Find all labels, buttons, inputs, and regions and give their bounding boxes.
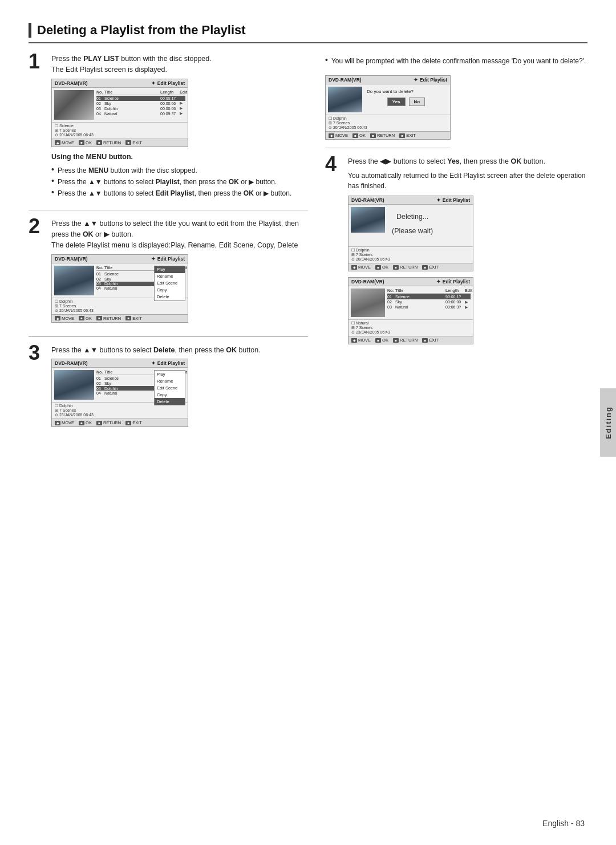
bullet-2: • [51, 177, 54, 185]
confirm-buttons: Yes No [367, 98, 445, 106]
right-divider-1 [325, 148, 451, 148]
screen-4-thumb [328, 87, 362, 112]
screen-4-header: DVD-RAM(VR) ✦ Edit Playlist [326, 76, 450, 84]
screen-4-header-right: ✦ Edit Playlist [414, 77, 447, 83]
screen-3-header-right: ✦ Edit Playlist [151, 360, 185, 366]
screen-6-list: No. Title Length Edit 01 Science 90:00:1… [387, 289, 471, 317]
screen-mockup-1: DVD-RAM(VR) ✦ Edit Playlist No. Title Le… [51, 79, 188, 147]
screen-4-header-left: DVD-RAM(VR) [329, 77, 362, 83]
col-title: Title [104, 90, 159, 94]
screen-6-header: DVD-RAM(VR) ✦ Edit Playlist [348, 278, 473, 286]
context-3-play: Play [155, 371, 185, 377]
screen-mockup-2: DVD-RAM(VR) ✦ Edit Playlist No. Title Le… [51, 254, 188, 323]
screen-1-header: DVD-RAM(VR) ✦ Edit Playlist [52, 79, 188, 88]
screen-4-info: ☐ Dolphin ⊞ 7 Scenes ⊙ 20/JAN/2005 06:43 [326, 115, 450, 131]
screen-5-footer: ◆MOVE ■OK ■RETURN ■EXIT [348, 263, 473, 271]
screen-6-row-1: 01 Science 90:00:1? ▶ [387, 294, 471, 299]
context-menu-copy: Copy [155, 287, 185, 294]
screen-5-header-right: ✦ Edit Playlist [436, 197, 470, 203]
editing-tab: Editing [600, 388, 616, 457]
screen-6-header-right: ✦ Edit Playlist [436, 279, 470, 285]
screen-3-header-left: DVD-RAM(VR) [55, 360, 88, 366]
editing-tab-label: Editing [604, 406, 613, 439]
confirm-text: Do you want to delete? [367, 89, 445, 94]
right-column: • You will be prompted with the delete c… [325, 54, 587, 441]
menu-steps: • Press the MENU button with the disc st… [51, 165, 308, 198]
screen-list-header: No. Title Length Edit [96, 90, 185, 95]
screen-1-thumb [54, 90, 94, 120]
screen-2-footer: ◆MOVE ■OK ■RETURN ■EXIT [52, 314, 188, 322]
col-length: Length [160, 90, 179, 94]
screen-3-thumb [54, 370, 94, 400]
context-menu-rename: Rename [155, 273, 185, 280]
screen-mockup-5: DVD-RAM(VR) ✦ Edit Playlist Deleting... … [348, 196, 473, 272]
screen-6-list-header: No. Title Length Edit [387, 289, 471, 294]
step-1-content: Press the PLAY LIST button with the disc… [51, 54, 308, 200]
context-menu-delete: Delete [155, 294, 185, 300]
step2-divider [29, 336, 308, 337]
step-1-number: 1 [29, 51, 44, 200]
screen-5-deleting: Deleting... (Please wait) [387, 207, 437, 245]
screen-2-header-left: DVD-RAM(VR) [55, 256, 88, 262]
bullet-note-text: You will be prompted with the delete con… [331, 56, 586, 66]
screen-1-list: No. Title Length Edit 01 Science 00:00:1… [96, 90, 185, 120]
screen-6-row-2: 02 Sky 00:00:00 ▶ [387, 299, 471, 304]
step-4-content: Press the ◀▶ buttons to select Yes, then… [348, 156, 587, 348]
step-3-text: Press the ▲▼ buttons to select Delete, t… [51, 345, 308, 356]
screen-6-row-3: 03 Natural 00:06:3? ▶ [387, 304, 471, 310]
screen-4-body: Do you want to delete? Yes No [326, 84, 450, 115]
step-1: 1 Press the PLAY LIST button with the di… [29, 54, 308, 200]
screen-2-body: No. Title Length Edit 01 Science 00:00:1… [52, 263, 188, 298]
screen-row-1-1: 01 Science 00:00:17 ▶ [96, 96, 185, 101]
screen-2-header: DVD-RAM(VR) ✦ Edit Playlist [52, 255, 188, 263]
screen-mockup-3: DVD-RAM(VR) ✦ Edit Playlist No. Title Le… [51, 359, 188, 427]
context-3-edit-scene: Edit Scene [155, 384, 185, 391]
confirm-yes: Yes [387, 98, 406, 106]
screen-6-header-left: DVD-RAM(VR) [351, 279, 384, 285]
screen-mockup-6: DVD-RAM(VR) ✦ Edit Playlist No. Title Le… [348, 277, 473, 344]
page-number: English - 83 [542, 819, 585, 828]
deleting-text: Deleting... [392, 212, 433, 222]
step-3-content: Press the ▲▼ buttons to select Delete, t… [51, 345, 308, 431]
step-4-text: Press the ◀▶ buttons to select Yes, then… [348, 156, 587, 167]
screen-2-header-right: ✦ Edit Playlist [151, 256, 185, 262]
step-2-content: Press the ▲▼ buttons to select the title… [51, 218, 308, 326]
screen-3-header: DVD-RAM(VR) ✦ Edit Playlist [52, 359, 188, 368]
screen-row-1-2: 02 Sky 00:00:06 ▶ [96, 101, 185, 106]
bullet-note: • You will be prompted with the delete c… [325, 56, 587, 66]
screen-2-thumb [54, 266, 94, 295]
screen-3-list: No. Title Length Edit 01 Science 00:00:1… [96, 370, 185, 400]
step-2-number: 2 [29, 216, 44, 326]
col-edit: Edit [180, 90, 185, 94]
screen-6-thumb [351, 289, 385, 317]
screen-5-thumb [351, 207, 385, 233]
context-3-delete: Delete [155, 398, 185, 405]
screen-6-info: ☐ Natural ⊞ 7 Scenes ⊙ 23/JAN/2005 06:43 [348, 319, 473, 336]
menu-step-3: • Press the ▲▼ buttons to select Edit Pl… [51, 188, 308, 198]
context-3-rename: Rename [155, 377, 185, 384]
menu-step-2: • Press the ▲▼ buttons to select Playlis… [51, 177, 308, 187]
screen-6-body: No. Title Length Edit 01 Science 90:00:1… [348, 286, 473, 319]
step-2: 2 Press the ▲▼ buttons to select the tit… [29, 218, 308, 326]
screen-3-body: No. Title Length Edit 01 Science 00:00:1… [52, 368, 188, 402]
step1-divider [29, 210, 308, 210]
screen-row-1-3: 03 Dolphin 00:00:06 ▶ [96, 106, 185, 111]
context-menu-3: Play Rename Edit Scene Copy Delete [154, 370, 185, 405]
screen-4-footer: ◆MOVE ■OK ■RETURN ■EXIT [326, 131, 450, 139]
col-no: No. [96, 90, 103, 94]
screen-4-confirm: Do you want to delete? Yes No [364, 87, 448, 112]
screen-5-body: Deleting... (Please wait) [348, 205, 473, 247]
please-wait-text: (Please wait) [392, 226, 433, 237]
step-3: 3 Press the ▲▼ buttons to select Delete,… [29, 345, 308, 431]
step-1-text: Press the PLAY LIST button with the disc… [51, 54, 308, 75]
screen-3-footer: ◆MOVE ■OK ■RETURN ■EXIT [52, 419, 188, 426]
context-menu-2: Play Rename Edit Scene Copy Delete [154, 266, 185, 301]
step-2-text: Press the ▲▼ buttons to select the title… [51, 218, 308, 250]
two-col-layout: 1 Press the PLAY LIST button with the di… [29, 54, 587, 441]
menu-button-label: Using the MENU button. [51, 152, 308, 162]
screen-5-info: ☐ Dolphin ⊞ 7 Scenes ⊙ 20/JAN/2005 06:43 [348, 246, 473, 263]
context-menu-edit-scene: Edit Scene [155, 280, 185, 287]
screen-1-header-right: ✦ Edit Playlist [151, 80, 185, 86]
screen-1-body: No. Title Length Edit 01 Science 00:00:1… [52, 88, 188, 122]
screen-6-footer: ◆MOVE ■OK ■RETURN ■EXIT [348, 336, 473, 344]
